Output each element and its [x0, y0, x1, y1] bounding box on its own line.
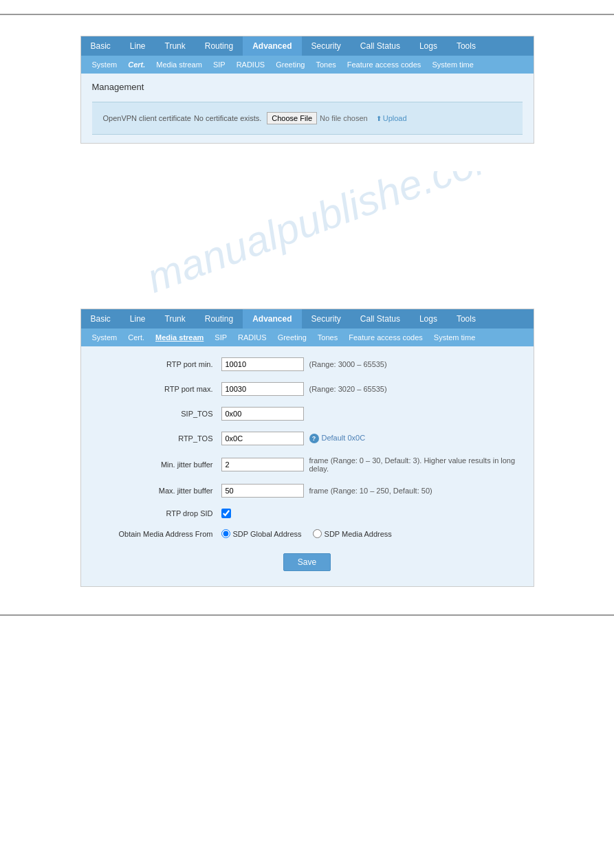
rtp-tos-row: RTP_TOS ?Default 0x0C [92, 429, 523, 448]
sub-system-1[interactable]: System [87, 58, 123, 71]
nav-basic-2[interactable]: Basic [81, 309, 120, 329]
nav-advanced-1[interactable]: Advanced [243, 36, 301, 56]
sdp-global-radio[interactable] [221, 529, 230, 538]
nav-trunk-1[interactable]: Trunk [155, 36, 195, 56]
rtp-port-min-row: RTP port min. (Range: 3000 – 65535) [92, 355, 523, 374]
upload-icon: ⬆ [376, 115, 382, 122]
sdp-media-text: SDP Media Address [325, 530, 392, 538]
sub-system-2[interactable]: System [87, 331, 123, 344]
sdp-global-text: SDP Global Address [233, 530, 302, 538]
nav-tools-1[interactable]: Tools [447, 36, 485, 56]
sub-media-2[interactable]: Media stream [150, 331, 209, 344]
cert-no-text: No certificate exists. [194, 114, 261, 122]
cert-label: OpenVPN client certificate [103, 114, 191, 122]
sub-feature-2[interactable]: Feature access codes [343, 331, 428, 344]
nav-routing-1[interactable]: Routing [195, 36, 243, 56]
rtp-tos-label: RTP_TOS [98, 434, 221, 443]
sub-greeting-1[interactable]: Greeting [270, 58, 310, 71]
sub-nav-2: System Cert. Media stream SIP RADIUS Gre… [81, 329, 534, 346]
bottom-border [0, 614, 614, 616]
main-nav-2: Basic Line Trunk Routing Advanced Securi… [81, 309, 534, 329]
nav-tools-2[interactable]: Tools [447, 309, 485, 329]
nav-line-2[interactable]: Line [120, 309, 155, 329]
nav-callstatus-1[interactable]: Call Status [351, 36, 410, 56]
rtp-port-max-hint: (Range: 3020 – 65535) [309, 385, 387, 393]
panel-cert: Basic Line Trunk Routing Advanced Securi… [80, 36, 534, 144]
sip-tos-input[interactable] [221, 407, 304, 421]
sub-systemtime-1[interactable]: System time [426, 58, 479, 71]
sub-media-1[interactable]: Media stream [151, 58, 208, 71]
max-jitter-row: Max. jitter buffer frame (Range: 10 – 25… [92, 481, 523, 500]
cert-row: OpenVPN client certificate No certificat… [92, 107, 523, 130]
max-jitter-hint: frame (Range: 10 – 250, Default: 50) [309, 487, 432, 495]
sub-radius-2[interactable]: RADIUS [232, 331, 272, 344]
rtp-drop-sid-row: RTP drop SID [92, 506, 523, 521]
min-jitter-label: Min. jitter buffer [98, 460, 221, 469]
rtp-port-max-row: RTP port max. (Range: 3020 – 65535) [92, 379, 523, 399]
min-jitter-input[interactable] [221, 458, 304, 471]
rtp-port-max-label: RTP port max. [98, 385, 221, 393]
watermark-area: manualpublishe.com [0, 171, 614, 309]
obtain-media-radio-group: SDP Global Address SDP Media Address [221, 529, 392, 538]
max-jitter-label: Max. jitter buffer [98, 487, 221, 495]
rtp-tos-hint: ?Default 0x0C [309, 434, 366, 443]
info-icon: ? [309, 434, 319, 443]
upload-link[interactable]: ⬆Upload [376, 114, 407, 122]
max-jitter-input[interactable] [221, 484, 304, 498]
nav-logs-2[interactable]: Logs [410, 309, 447, 329]
sub-systemtime-2[interactable]: System time [428, 331, 481, 344]
main-nav-1: Basic Line Trunk Routing Advanced Securi… [81, 36, 534, 56]
nav-basic-1[interactable]: Basic [81, 36, 120, 56]
nav-trunk-2[interactable]: Trunk [155, 309, 195, 329]
save-button[interactable]: Save [283, 553, 331, 571]
save-row: Save [92, 546, 523, 578]
min-jitter-row: Min. jitter buffer frame (Range: 0 – 30,… [92, 454, 523, 476]
sub-cert-2[interactable]: Cert. [122, 331, 150, 344]
rtp-tos-input[interactable] [221, 432, 304, 445]
obtain-media-row: Obtain Media Address From SDP Global Add… [92, 526, 523, 541]
sub-feature-1[interactable]: Feature access codes [342, 58, 427, 71]
sip-tos-label: SIP_TOS [98, 410, 221, 418]
panel-media-stream: Basic Line Trunk Routing Advanced Securi… [80, 309, 534, 587]
rtp-drop-sid-checkbox[interactable] [221, 509, 231, 518]
sub-sip-2[interactable]: SIP [209, 331, 232, 344]
sub-nav-1: System Cert. Media stream SIP RADIUS Gre… [81, 56, 534, 74]
media-stream-content: RTP port min. (Range: 3000 – 65535) RTP … [81, 346, 534, 586]
sub-greeting-2[interactable]: Greeting [272, 331, 312, 344]
min-jitter-hint: frame (Range: 0 – 30, Default: 3). Highe… [309, 456, 517, 473]
cert-content: Management OpenVPN client certificate No… [81, 74, 534, 143]
nav-routing-2[interactable]: Routing [195, 309, 243, 329]
no-file-text: No file chosen [320, 114, 368, 122]
sdp-media-label[interactable]: SDP Media Address [313, 529, 392, 538]
rtp-port-min-label: RTP port min. [98, 360, 221, 368]
sub-tones-1[interactable]: Tones [310, 58, 341, 71]
sub-cert-1[interactable]: Cert. [122, 58, 151, 71]
nav-callstatus-2[interactable]: Call Status [351, 309, 410, 329]
top-border [0, 14, 614, 15]
rtp-drop-sid-label: RTP drop SID [98, 509, 221, 518]
nav-line-1[interactable]: Line [120, 36, 155, 56]
choose-file-button[interactable]: Choose File [267, 112, 317, 124]
sub-radius-1[interactable]: RADIUS [231, 58, 271, 71]
sdp-global-label[interactable]: SDP Global Address [221, 529, 302, 538]
sub-sip-1[interactable]: SIP [208, 58, 231, 71]
watermark: manualpublishe.com [141, 171, 513, 302]
rtp-port-max-input[interactable] [221, 382, 304, 396]
nav-logs-1[interactable]: Logs [410, 36, 447, 56]
management-title: Management [92, 82, 523, 95]
rtp-port-min-hint: (Range: 3000 – 65535) [309, 360, 387, 368]
nav-advanced-2[interactable]: Advanced [243, 309, 301, 329]
sub-tones-2[interactable]: Tones [312, 331, 343, 344]
obtain-media-label: Obtain Media Address From [98, 530, 221, 538]
nav-security-2[interactable]: Security [302, 309, 351, 329]
rtp-port-min-input[interactable] [221, 357, 304, 371]
sdp-media-radio[interactable] [313, 529, 322, 538]
sip-tos-row: SIP_TOS [92, 404, 523, 423]
nav-security-1[interactable]: Security [302, 36, 351, 56]
